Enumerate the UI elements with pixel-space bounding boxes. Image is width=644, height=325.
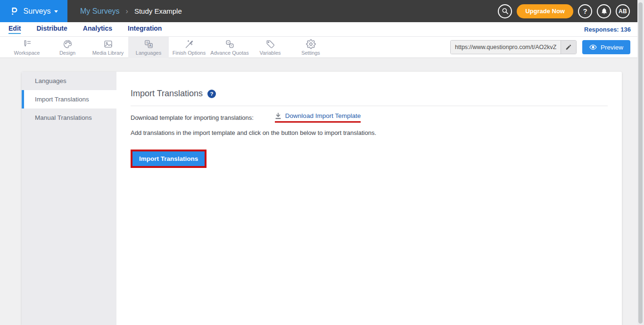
search-button[interactable] xyxy=(498,4,512,18)
main-area: Languages Import Translations Manual Tra… xyxy=(0,58,644,325)
edit-toolbar: Workspace Design Media Library 文 A Langu… xyxy=(0,37,644,58)
pencil-icon xyxy=(565,44,572,50)
page-title: Import Translations xyxy=(131,89,203,99)
bell-icon xyxy=(601,8,608,15)
instructions-text: Add translations in the import template … xyxy=(131,129,608,136)
question-mark-icon: ? xyxy=(583,7,587,15)
help-circle-icon[interactable]: ? xyxy=(207,90,216,98)
toolbar-item-design[interactable]: Design xyxy=(47,37,88,58)
edit-url-button[interactable] xyxy=(561,41,576,54)
questionpro-logo-icon xyxy=(9,6,20,17)
tab-edit[interactable]: Edit xyxy=(8,25,21,34)
help-button[interactable]: ? xyxy=(578,4,592,18)
finish-options-icon xyxy=(184,39,194,49)
toolbar-item-label: Finish Options xyxy=(173,50,206,56)
import-button-annotation: Import Translations xyxy=(131,150,206,168)
download-icon xyxy=(275,113,281,119)
download-link-annotation: Download Import Template xyxy=(275,112,361,123)
responses-count[interactable]: Responses: 136 xyxy=(584,26,631,33)
breadcrumb-my-surveys[interactable]: My Surveys xyxy=(80,7,120,16)
toolbar-item-media-library[interactable]: Media Library xyxy=(88,37,128,58)
download-import-template-link[interactable]: Download Import Template xyxy=(285,112,361,119)
avatar-initials: AB xyxy=(619,8,627,15)
upgrade-now-button[interactable]: Upgrade Now xyxy=(517,4,573,18)
survey-url-input[interactable] xyxy=(451,41,561,54)
tab-integration[interactable]: Integration xyxy=(128,25,162,34)
topbar-actions: Upgrade Now ? AB xyxy=(498,4,644,18)
top-navigation-bar: Surveys My Surveys › Study Example Upgra… xyxy=(0,0,644,22)
surveys-product-menu[interactable]: Surveys xyxy=(0,0,67,22)
scrollbar-thumb[interactable] xyxy=(638,2,643,324)
import-translations-content: Import Translations ? Download template … xyxy=(116,72,622,325)
sidebar-item-languages[interactable]: Languages xyxy=(22,72,116,90)
languages-sidebar: Languages Import Translations Manual Tra… xyxy=(22,72,116,325)
workspace-icon xyxy=(22,39,32,49)
toolbar-item-label: Languages xyxy=(136,50,161,56)
toolbar-item-label: Advance Quotas xyxy=(210,50,248,56)
toolbar-item-advance-quotas[interactable]: Advance Quotas xyxy=(209,37,250,58)
preview-label: Preview xyxy=(601,44,623,51)
breadcrumb-current-survey: Study Example xyxy=(134,7,182,15)
advance-quotas-icon xyxy=(225,39,235,49)
toolbar-item-workspace[interactable]: Workspace xyxy=(7,37,47,58)
eye-icon xyxy=(589,43,597,51)
toolbar-item-variables[interactable]: Variables xyxy=(250,37,290,58)
avatar[interactable]: AB xyxy=(616,4,630,18)
languages-panel: Languages Import Translations Manual Tra… xyxy=(22,72,622,325)
divider xyxy=(131,106,608,106)
variables-icon xyxy=(265,39,275,49)
toolbar-item-label: Design xyxy=(59,50,75,56)
surveys-menu-label: Surveys xyxy=(24,7,51,16)
download-template-label: Download template for importing translat… xyxy=(131,114,254,121)
tab-distribute[interactable]: Distribute xyxy=(36,25,67,34)
toolbar-item-settings[interactable]: Settings xyxy=(290,37,331,58)
languages-icon: 文 A xyxy=(144,39,154,49)
settings-icon xyxy=(306,39,316,49)
design-icon xyxy=(63,39,73,49)
survey-section-tabs: Edit Distribute Analytics Integration Re… xyxy=(0,22,644,37)
preview-button[interactable]: Preview xyxy=(582,40,630,54)
toolbar-item-finish-options[interactable]: Finish Options xyxy=(169,37,209,58)
svg-text:A: A xyxy=(149,44,152,48)
breadcrumb-separator: › xyxy=(126,7,128,16)
sidebar-item-import-translations[interactable]: Import Translations xyxy=(22,90,116,108)
toolbar-item-label: Workspace xyxy=(14,50,40,56)
toolbar-item-label: Settings xyxy=(301,50,320,56)
toolbar-item-languages[interactable]: 文 A Languages xyxy=(128,37,169,58)
import-translations-button[interactable]: Import Translations xyxy=(132,151,205,166)
breadcrumb: My Surveys › Study Example xyxy=(80,7,182,16)
chevron-down-icon xyxy=(54,10,58,13)
toolbar-item-label: Media Library xyxy=(92,50,124,56)
toolbar-item-label: Variables xyxy=(259,50,281,56)
media-library-icon xyxy=(103,39,113,49)
search-icon xyxy=(502,8,509,15)
page-scrollbar[interactable] xyxy=(637,0,644,325)
tab-analytics[interactable]: Analytics xyxy=(83,25,112,34)
notifications-button[interactable] xyxy=(597,4,611,18)
sidebar-item-manual-translations[interactable]: Manual Translations xyxy=(22,108,116,127)
survey-url-field xyxy=(450,40,577,54)
